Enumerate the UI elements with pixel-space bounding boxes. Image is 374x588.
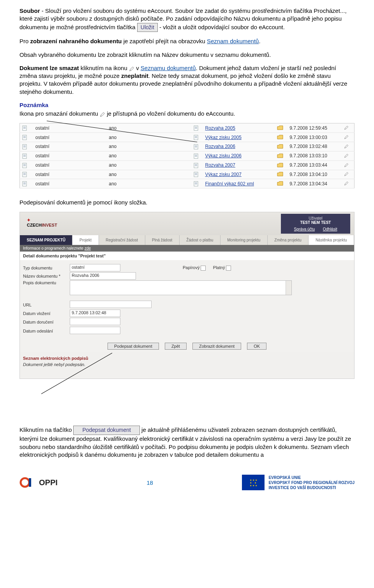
link-seznamu-dokumentu[interactable]: Seznamu dokumentů bbox=[141, 65, 196, 71]
link-seznam-dokumentu[interactable]: Seznam dokumentů bbox=[207, 38, 259, 44]
folder-open-icon[interactable] bbox=[277, 153, 282, 159]
cell-type: ostatní bbox=[33, 142, 106, 151]
val-datum-vlozeni[interactable]: 9.7.2008 13:02:48 bbox=[70, 310, 120, 317]
btn-podepsat-inline[interactable]: Podepsat dokument bbox=[73, 426, 140, 435]
doc-icon bbox=[22, 153, 28, 159]
chk-platny[interactable] bbox=[226, 266, 231, 271]
pencil-icon[interactable] bbox=[344, 125, 349, 131]
btn-zpet[interactable]: Zpět bbox=[165, 343, 187, 350]
folder-open-icon[interactable] bbox=[277, 135, 282, 140]
doc-icon bbox=[22, 181, 28, 187]
pencil-icon[interactable] bbox=[344, 144, 349, 150]
doc-icon bbox=[22, 172, 28, 177]
val-typ[interactable]: ostatní bbox=[70, 264, 120, 271]
para-obsah: Obsah vybraného dokumentu lze zobrazit k… bbox=[19, 51, 355, 59]
val-url[interactable] bbox=[70, 301, 152, 308]
svg-rect-52 bbox=[194, 181, 198, 186]
sig-note: Dokument ještě nebyl podepsán. bbox=[20, 361, 354, 379]
val-datum-doruceni[interactable] bbox=[70, 318, 120, 325]
cell-type: ostatní bbox=[33, 133, 106, 142]
val-popis[interactable] bbox=[70, 280, 292, 295]
folder-open-icon[interactable] bbox=[277, 144, 282, 150]
cell-type: ostatní bbox=[33, 179, 106, 188]
link-odhlasit[interactable]: Odhlásit bbox=[323, 227, 337, 231]
note-body: Ikona pro smazání dokumentu je přístupná… bbox=[19, 110, 355, 118]
tab-registracni-zadost[interactable]: Registrační žádost bbox=[99, 235, 145, 245]
doc-icon bbox=[194, 144, 199, 150]
svg-point-56 bbox=[21, 478, 29, 487]
pencil-delete-icon-2 bbox=[100, 111, 105, 117]
folder-open-icon[interactable] bbox=[277, 181, 282, 187]
folder-open-icon[interactable] bbox=[277, 163, 282, 168]
para-soubor: Soubor - Slouží pro vložení souboru do s… bbox=[19, 7, 355, 32]
doc-icon bbox=[194, 125, 199, 131]
chk-papirovy[interactable] bbox=[201, 266, 206, 271]
eu-block: ★ ★ ★★ ★★ ★ ★ EVROPSKÁ UNIE EVROPSKÝ FON… bbox=[242, 475, 355, 490]
cell-flag: ano bbox=[106, 133, 191, 142]
cell-type: ostatní bbox=[33, 160, 106, 170]
tab-nastenka[interactable]: Nástěnka projektu bbox=[309, 235, 354, 245]
doc-link[interactable]: Výkaz zisku 2007 bbox=[205, 172, 241, 177]
folder-open-icon[interactable] bbox=[277, 125, 282, 131]
table-row: ostatníanoVýkaz zisku 20079.7.2008 13:04… bbox=[20, 170, 355, 179]
pencil-icon[interactable] bbox=[344, 181, 349, 187]
para-podepisovani: Podepisování dokumentů je pomocí ikony s… bbox=[19, 199, 355, 206]
cell-date: 9.7.2008 12:59:45 bbox=[287, 123, 342, 133]
tab-zmena-projektu[interactable]: Změna projektu bbox=[268, 235, 309, 245]
tab-projekt[interactable]: Projekt bbox=[72, 235, 99, 245]
val-nazev[interactable]: Rozvaha 2006 bbox=[70, 272, 136, 280]
svg-rect-12 bbox=[194, 135, 198, 140]
svg-rect-4 bbox=[194, 126, 198, 130]
table-row: ostatníanoRozvaha 20069.7.2008 13:02:48 bbox=[20, 142, 355, 151]
label-soubor: Soubor bbox=[19, 7, 40, 14]
btn-ulozit-inline[interactable]: Uložit bbox=[137, 23, 158, 32]
para-kliknutim: Kliknutím na tlačítko Podepsat dokument … bbox=[19, 426, 355, 459]
table-row: ostatníanoRozvaha 20079.7.2008 13:03:44 bbox=[20, 160, 355, 170]
doc-link[interactable]: Rozvaha 2005 bbox=[205, 125, 235, 131]
info-bar: Informace o programech naleznete zde bbox=[20, 245, 354, 252]
doc-icon bbox=[22, 163, 28, 168]
lbl-url: URL bbox=[23, 303, 70, 307]
doc-icon bbox=[194, 181, 199, 187]
tab-seznam-projektu[interactable]: SEZNAM PROJEKTŮ bbox=[20, 235, 72, 245]
pencil-delete-icon bbox=[129, 66, 134, 71]
nav-tabs: SEZNAM PROJEKTŮ Projekt Registrační žádo… bbox=[20, 235, 354, 245]
cell-date: 9.7.2008 13:00:03 bbox=[287, 133, 342, 142]
btn-ok[interactable]: OK bbox=[247, 343, 266, 350]
pencil-icon[interactable] bbox=[344, 135, 349, 140]
cell-type: ostatní bbox=[33, 151, 106, 160]
pencil-icon[interactable] bbox=[344, 172, 349, 177]
doc-link[interactable]: Finanční výkaz 602 xml bbox=[205, 181, 254, 187]
tab-plna-zadost[interactable]: Plná žádost bbox=[145, 235, 180, 245]
doc-icon bbox=[194, 163, 199, 168]
sig-title: Seznam elektronických podpisů bbox=[20, 352, 354, 361]
doc-link[interactable]: Rozvaha 2006 bbox=[205, 144, 235, 149]
lbl-datum-doruceni: Datum doručení bbox=[23, 320, 70, 324]
doc-link[interactable]: Výkaz zisku 2005 bbox=[205, 135, 241, 140]
pencil-icon[interactable] bbox=[344, 163, 349, 168]
svg-rect-16 bbox=[23, 144, 26, 149]
detail-form: Typ dokumentu ostatní Papírový Platný Ná… bbox=[20, 260, 354, 340]
folder-open-icon[interactable] bbox=[277, 172, 282, 177]
btn-podepsat[interactable]: Podepsat dokument bbox=[108, 343, 159, 350]
tab-zadost-o-platbu[interactable]: Žádost o platbu bbox=[180, 235, 221, 245]
pencil-icon[interactable] bbox=[344, 153, 349, 159]
tab-monitoring[interactable]: Monitoring projektu bbox=[221, 235, 268, 245]
btn-zobrazit[interactable]: Zobrazit dokument bbox=[192, 343, 241, 350]
val-datum-odeslani[interactable] bbox=[70, 327, 120, 334]
cell-date: 9.7.2008 13:03:10 bbox=[287, 151, 342, 160]
lbl-nazev: Název dokumentu * bbox=[23, 274, 70, 278]
cell-flag: ano bbox=[106, 151, 191, 160]
note-title: Poznámka bbox=[19, 101, 355, 109]
lbl-papirovy: Papírový bbox=[183, 265, 199, 270]
doc-icon bbox=[22, 144, 28, 150]
lbl-datum-vlozeni: Datum vložení bbox=[23, 311, 70, 316]
svg-rect-24 bbox=[23, 154, 26, 158]
link-zde[interactable]: zde bbox=[85, 246, 91, 250]
svg-rect-36 bbox=[194, 163, 198, 168]
page-number: 18 bbox=[146, 479, 153, 486]
doc-link[interactable]: Výkaz zisku 2006 bbox=[205, 153, 241, 158]
oppi-logo: OPPI bbox=[19, 474, 58, 491]
doc-link[interactable]: Rozvaha 2007 bbox=[205, 162, 235, 168]
link-sprava-uctu[interactable]: Správa účtu bbox=[294, 227, 315, 231]
